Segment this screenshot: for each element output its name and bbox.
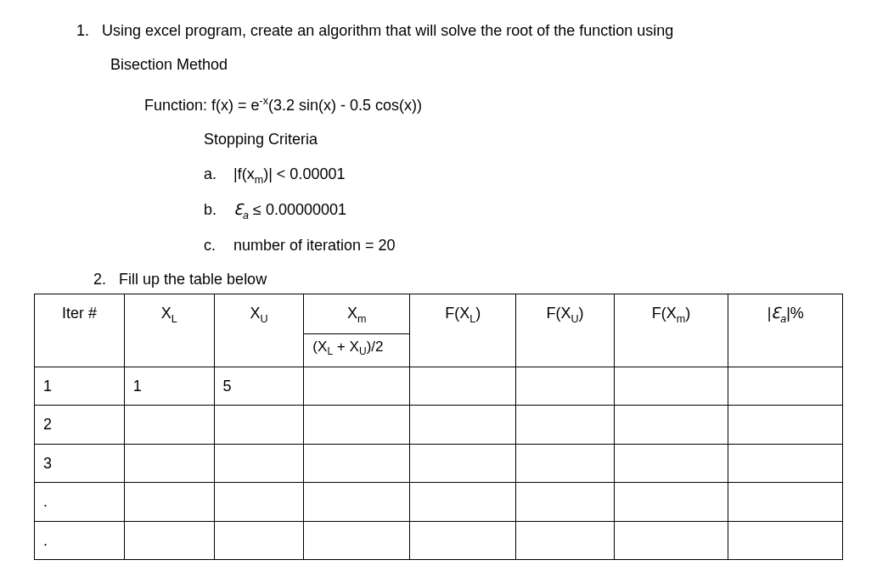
cell-fxu — [516, 483, 614, 521]
problem-1-text-line2: Bisection Method — [110, 51, 843, 78]
cell-fxu — [516, 444, 614, 482]
cell-fxl — [410, 483, 516, 521]
cell-fxm — [614, 521, 728, 559]
criteria-list: a. |f(xm)| < 0.00001 b. Ɛa ≤ 0.00000001 … — [204, 160, 843, 260]
criteria-b: b. Ɛa ≤ 0.00000001 — [204, 196, 843, 225]
table-row: 3 — [35, 444, 843, 482]
header-xm: Xm — [304, 294, 410, 333]
cell-xl — [124, 406, 214, 444]
table-row: . — [35, 483, 843, 521]
cell-fxm — [614, 483, 728, 521]
function-label: Function: f(x) = e — [144, 97, 260, 114]
criteria-c: c. number of iteration = 20 — [204, 232, 843, 259]
cell-ea — [728, 406, 843, 444]
cell-fxu — [516, 406, 614, 444]
header-fxm: F(Xm) — [614, 294, 728, 367]
cell-iter: 3 — [35, 444, 125, 482]
cell-xu — [214, 406, 304, 444]
criteria-b-text: Ɛa ≤ 0.00000001 — [233, 201, 346, 218]
cell-xm — [304, 521, 410, 559]
criteria-a-text: |f(xm)| < 0.00001 — [233, 165, 345, 182]
cell-xl — [124, 444, 214, 482]
problem-1-number: 1. — [76, 17, 89, 44]
cell-xl: 1 — [124, 367, 214, 406]
criteria-a-letter: a. — [204, 160, 229, 188]
function-rest: (3.2 sin(x) - 0.5 cos(x)) — [268, 97, 422, 114]
header-ea: |Ɛa|% — [728, 294, 843, 367]
cell-fxl — [410, 406, 516, 444]
cell-fxu — [516, 367, 614, 406]
function-exponent: -x — [260, 95, 269, 107]
cell-iter: 2 — [35, 406, 125, 444]
problem-2-text: Fill up the table below — [119, 271, 267, 288]
cell-iter: . — [35, 521, 125, 559]
table-row: 2 — [35, 406, 843, 444]
cell-xl — [124, 521, 214, 559]
criteria-c-text: number of iteration = 20 — [233, 237, 396, 254]
cell-fxm — [614, 406, 728, 444]
cell-xu: 5 — [214, 367, 304, 406]
cell-xu — [214, 521, 304, 559]
cell-xl — [124, 483, 214, 521]
function-definition: Function: f(x) = e-x(3.2 sin(x) - 0.5 co… — [144, 92, 843, 119]
cell-iter: 1 — [35, 367, 125, 406]
stopping-criteria-label: Stopping Criteria — [204, 126, 843, 153]
cell-xm — [304, 367, 410, 406]
criteria-b-letter: b. — [204, 196, 229, 223]
cell-xu — [214, 444, 304, 482]
cell-ea — [728, 521, 843, 559]
table-row: . — [35, 521, 843, 559]
cell-fxl — [410, 521, 516, 559]
cell-ea — [728, 444, 843, 482]
header-iter: Iter # — [35, 294, 125, 367]
cell-xm — [304, 406, 410, 444]
cell-fxm — [614, 444, 728, 482]
cell-fxu — [516, 521, 614, 559]
cell-fxl — [410, 367, 516, 406]
header-fxu: F(XU) — [516, 294, 614, 367]
cell-fxm — [614, 367, 728, 406]
criteria-c-letter: c. — [204, 232, 229, 259]
cell-xu — [214, 483, 304, 521]
header-xl: XL — [124, 294, 214, 367]
header-xu: XU — [214, 294, 304, 367]
criteria-a: a. |f(xm)| < 0.00001 — [204, 160, 843, 189]
cell-xm — [304, 483, 410, 521]
cell-ea — [728, 483, 843, 521]
header-xm-formula: (XL + XU)/2 — [304, 334, 410, 367]
cell-iter: . — [35, 483, 125, 521]
problem-1: 1. Using excel program, create an algori… — [34, 17, 843, 79]
cell-fxl — [410, 444, 516, 482]
cell-ea — [728, 367, 843, 406]
problem-2-number: 2. — [93, 266, 106, 293]
problem-1-text-line1: Using excel program, create an algorithm… — [102, 22, 673, 39]
problem-2: 2. Fill up the table below — [93, 266, 843, 293]
cell-xm — [304, 444, 410, 482]
iteration-table: Iter # XL XU Xm F(XL) F(XU) F(Xm) |Ɛa|% — [34, 294, 843, 560]
table-row: 115 — [35, 367, 843, 406]
header-fxl: F(XL) — [410, 294, 516, 367]
